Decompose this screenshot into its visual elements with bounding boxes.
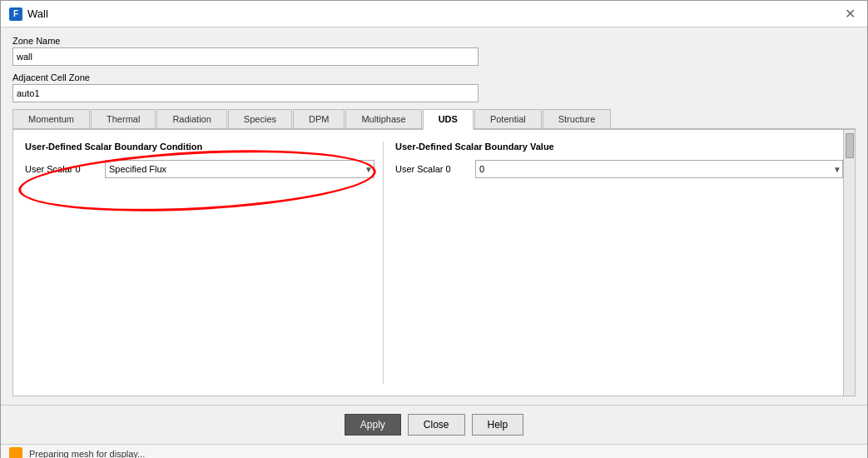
dialog-content: Zone Name Adjacent Cell Zone Momentum Th… <box>1 27 867 405</box>
close-button[interactable]: Close <box>408 414 465 436</box>
main-window: F Wall ✕ Zone Name Adjacent Cell Zone Mo… <box>0 0 868 458</box>
app-icon: F <box>9 7 22 21</box>
tab-structure[interactable]: Structure <box>543 109 612 128</box>
zone-name-input[interactable] <box>12 47 479 66</box>
scalar-value-select[interactable]: 0 <box>475 160 843 178</box>
zone-name-group: Zone Name <box>12 36 856 66</box>
left-panel-title: User-Defined Scalar Boundary Condition <box>25 142 374 152</box>
tab-momentum[interactable]: Momentum <box>12 109 90 128</box>
tab-dpm[interactable]: DPM <box>293 109 345 128</box>
red-oval-annotation <box>17 142 377 219</box>
tab-content-uds: User-Defined Scalar Boundary Condition U… <box>12 130 856 396</box>
scrollbar[interactable] <box>843 130 855 396</box>
adjacent-cell-zone-label: Adjacent Cell Zone <box>12 72 856 82</box>
scrollbar-thumb[interactable] <box>846 133 854 158</box>
tab-thermal[interactable]: Thermal <box>91 109 156 128</box>
bottom-bar: Apply Close Help <box>1 405 867 444</box>
tab-potential[interactable]: Potential <box>474 109 542 128</box>
tab-radiation[interactable]: Radiation <box>156 109 226 128</box>
scalar-value-row: User Scalar 0 0 ▼ <box>395 160 843 178</box>
scalar-condition-row: User Scalar 0 Specified Flux Specified V… <box>25 160 374 178</box>
tabs-bar: Momentum Thermal Radiation Species DPM M… <box>12 109 856 130</box>
adjacent-cell-zone-group: Adjacent Cell Zone <box>12 72 856 102</box>
right-panel-title: User-Defined Scalar Boundary Value <box>395 142 843 152</box>
right-panel: User-Defined Scalar Boundary Value User … <box>383 142 843 384</box>
window-close-button[interactable]: ✕ <box>841 6 859 22</box>
status-bar: Preparing mesh for display... <box>1 444 867 458</box>
zone-name-label: Zone Name <box>12 36 856 46</box>
tab-species[interactable]: Species <box>228 109 292 128</box>
tab-uds[interactable]: UDS <box>423 109 474 130</box>
adjacent-cell-zone-input[interactable] <box>12 84 479 102</box>
status-text: Preparing mesh for display... <box>29 449 145 458</box>
help-button[interactable]: Help <box>472 414 524 436</box>
title-bar-left: F Wall <box>9 7 48 21</box>
title-bar: F Wall ✕ <box>1 1 867 27</box>
window-title: Wall <box>27 7 48 20</box>
scalar-condition-label: User Scalar 0 <box>25 164 100 174</box>
tab-multiphase[interactable]: Multiphase <box>345 109 421 128</box>
scalar-value-label: User Scalar 0 <box>395 164 470 174</box>
left-panel: User-Defined Scalar Boundary Condition U… <box>25 142 383 384</box>
scalar-condition-select[interactable]: Specified Flux Specified Value <box>105 160 374 178</box>
scalar-value-select-wrapper: 0 ▼ <box>475 160 843 178</box>
status-icon <box>9 447 22 458</box>
apply-button[interactable]: Apply <box>345 414 401 436</box>
scalar-condition-select-wrapper: Specified Flux Specified Value ▼ <box>105 160 374 178</box>
